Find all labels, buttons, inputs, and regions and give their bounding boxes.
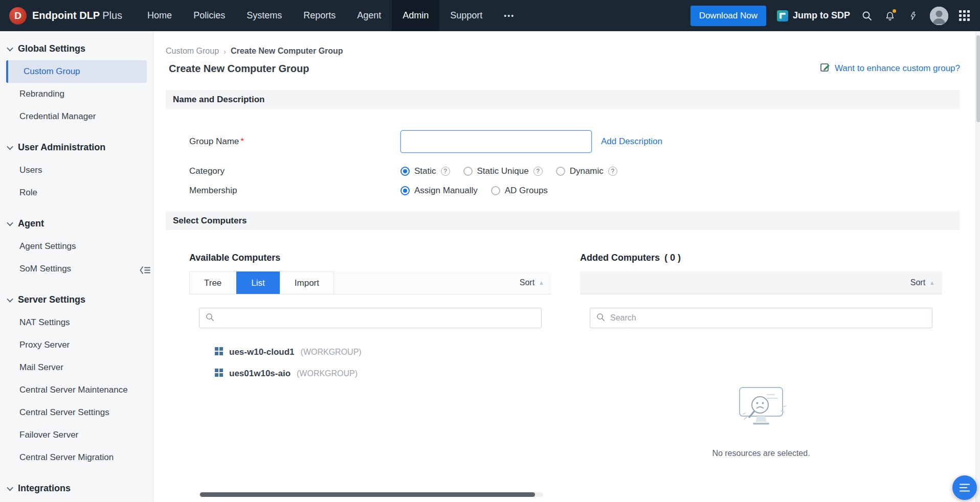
sidebar-section-user-administration: User Administration Users Role: [0, 134, 153, 204]
nav-reports[interactable]: Reports: [293, 0, 346, 31]
radio-static[interactable]: Static: [400, 166, 436, 176]
sidebar-item-mail-server[interactable]: Mail Server: [0, 356, 153, 379]
added-searchbox: [590, 308, 932, 328]
add-description-link[interactable]: Add Description: [601, 136, 662, 147]
notifications-bell-icon[interactable]: [884, 10, 896, 22]
vertical-scrollbar-thumb[interactable]: [976, 35, 980, 122]
tab-list[interactable]: List: [236, 271, 279, 294]
radio-static-unique-label: Static Unique: [477, 166, 529, 176]
download-now-button[interactable]: Download Now: [691, 6, 766, 26]
sidebar-header-agent[interactable]: Agent: [0, 210, 153, 235]
sidebar-item-agent-settings[interactable]: Agent Settings: [0, 235, 153, 258]
nav-agent[interactable]: Agent: [346, 0, 392, 31]
no-resources-illustration: [730, 383, 792, 437]
sidebar-header-label: User Administration: [18, 142, 105, 153]
added-search-input[interactable]: [610, 313, 926, 323]
nav-policies[interactable]: Policies: [183, 0, 236, 31]
sidebar-item-users[interactable]: Users: [0, 159, 153, 181]
breadcrumb-current: Create New Computer Group: [231, 47, 343, 56]
navbar-actions: Download Now Jump to SDP: [691, 0, 980, 31]
main-content: Custom Group › Create New Computer Group…: [153, 31, 975, 502]
sidebar-item-central-server-migration[interactable]: Central Server Migration: [0, 446, 153, 469]
sort-asc-arrow-icon: ▲: [929, 280, 935, 286]
apps-grid-icon[interactable]: [959, 10, 970, 21]
whats-new-lightning-icon[interactable]: [907, 10, 919, 22]
available-searchbox: [199, 308, 542, 328]
sidebar-collapse-toggle[interactable]: [139, 264, 152, 276]
jump-to-sdp-link[interactable]: Jump to SDP: [777, 10, 850, 21]
sidebar-header-user-administration[interactable]: User Administration: [0, 134, 153, 159]
search-icon[interactable]: [861, 10, 873, 22]
help-icon-dynamic[interactable]: ?: [608, 167, 617, 176]
computer-row-ues-w10-cloud1[interactable]: ues-w10-cloud1 (WORKGROUP): [189, 341, 551, 363]
sidebar-item-custom-group[interactable]: Custom Group: [6, 60, 147, 83]
search-icon: [596, 313, 605, 324]
nav-systems[interactable]: Systems: [236, 0, 293, 31]
sort-available-button[interactable]: Sort ▲: [520, 271, 551, 294]
sidebar-item-proxy-server[interactable]: Proxy Server: [0, 334, 153, 356]
sidebar-header-label: Server Settings: [18, 294, 85, 305]
added-computers-title: Added Computers ( 0 ): [580, 253, 942, 263]
page-title: Create New Computer Group: [169, 63, 309, 75]
help-icon-static-unique[interactable]: ?: [533, 167, 543, 176]
app-window: D Endpoint DLPPlus Home Policies Systems…: [0, 0, 980, 502]
radio-checked-icon: [400, 167, 410, 176]
sidebar-item-credential-manager[interactable]: Credential Manager: [0, 105, 153, 128]
available-search-input[interactable]: [219, 313, 535, 323]
group-name-input[interactable]: [400, 130, 592, 153]
radio-static-unique[interactable]: Static Unique: [463, 166, 529, 176]
sidebar-header-server-settings[interactable]: Server Settings: [0, 286, 153, 311]
computer-name: ues-w10-cloud1: [229, 347, 295, 357]
radio-assign-manually[interactable]: Assign Manually: [400, 186, 478, 196]
sidebar-section-integrations: Integrations: [0, 475, 153, 500]
sort-label: Sort: [910, 278, 925, 287]
top-navbar: D Endpoint DLPPlus Home Policies Systems…: [0, 0, 980, 31]
jump-to-sdp-label: Jump to SDP: [793, 10, 850, 21]
sidebar-header-integrations[interactable]: Integrations: [0, 475, 153, 500]
quick-actions-fab[interactable]: [952, 475, 977, 500]
tab-import[interactable]: Import: [280, 271, 334, 294]
sidebar-header-global-settings[interactable]: Global Settings: [0, 35, 153, 60]
help-icon-static[interactable]: ?: [441, 167, 450, 176]
user-avatar[interactable]: [930, 7, 948, 25]
sidebar-header-label: Agent: [18, 218, 44, 229]
computer-domain: (WORKGROUP): [297, 369, 358, 378]
sidebar-header-label: Integrations: [18, 483, 71, 494]
radio-dynamic-label: Dynamic: [570, 166, 604, 176]
nav-more-icon[interactable]: •••: [493, 0, 525, 31]
tab-tree[interactable]: Tree: [189, 271, 236, 294]
added-computers-count: ( 0 ): [664, 253, 681, 263]
sidebar-item-som-settings[interactable]: SoM Settings: [0, 258, 153, 280]
breadcrumb: Custom Group › Create New Computer Group: [153, 31, 975, 56]
vertical-scrollbar[interactable]: [975, 31, 980, 502]
enhance-custom-group-link[interactable]: Want to enhance custom group?: [820, 62, 960, 75]
nav-admin[interactable]: Admin: [392, 0, 439, 31]
breadcrumb-custom-group[interactable]: Custom Group: [166, 47, 219, 56]
category-row: Category Static ? Static Unique ? Dynami…: [189, 166, 975, 176]
horizontal-scrollbar[interactable]: [199, 492, 543, 497]
horizontal-scrollbar-thumb[interactable]: [200, 492, 535, 497]
nav-home[interactable]: Home: [137, 0, 183, 31]
sort-asc-arrow-icon: ▲: [539, 280, 544, 286]
sidebar-item-central-server-maintenance[interactable]: Central Server Maintenance: [0, 379, 153, 401]
chevron-down-icon: [7, 144, 13, 150]
enhance-link-label: Want to enhance custom group?: [835, 63, 960, 74]
brand-primary: Endpoint DLP: [32, 10, 100, 21]
notification-badge-dot: [893, 9, 896, 13]
sidebar-item-role[interactable]: Role: [0, 181, 153, 204]
sidebar-item-central-server-settings[interactable]: Central Server Settings: [0, 401, 153, 424]
nav-support[interactable]: Support: [439, 0, 493, 31]
app-logo-icon: D: [9, 7, 27, 25]
radio-dynamic[interactable]: Dynamic: [556, 166, 604, 176]
app-brand[interactable]: D Endpoint DLPPlus: [0, 0, 137, 31]
sidebar-item-rebranding[interactable]: Rebranding: [0, 83, 153, 105]
sidebar-item-failover-server[interactable]: Failover Server: [0, 424, 153, 446]
radio-ad-groups[interactable]: AD Groups: [491, 186, 548, 196]
sort-added-button[interactable]: Sort ▲: [910, 278, 942, 287]
available-computers-panel: Available Computers Tree List Import Sor…: [189, 253, 551, 458]
sidebar-section-global-settings: Global Settings Custom Group Rebranding …: [0, 35, 153, 128]
membership-label: Membership: [189, 186, 400, 196]
computer-row-ues01w10s-aio[interactable]: ues01w10s-aio (WORKGROUP): [189, 363, 551, 384]
sidebar-item-nat-settings[interactable]: NAT Settings: [0, 311, 153, 334]
search-icon: [206, 313, 214, 324]
